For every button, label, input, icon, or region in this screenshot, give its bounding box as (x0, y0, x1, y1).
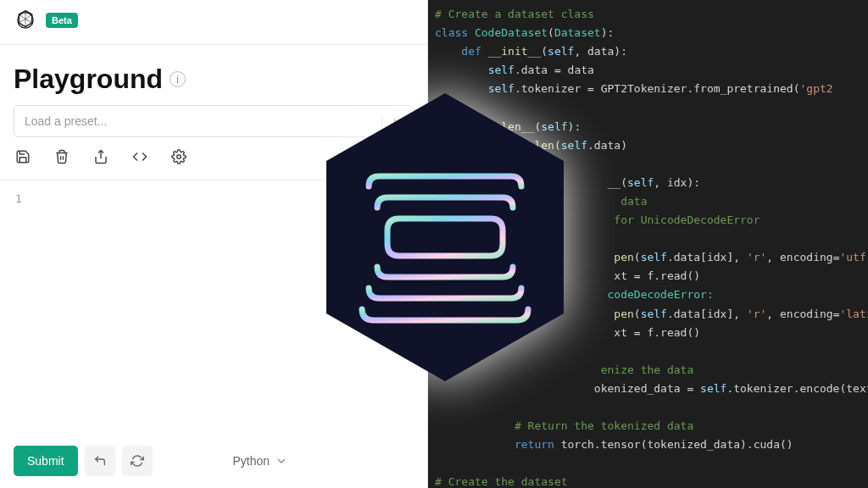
settings-icon[interactable] (171, 149, 186, 164)
beta-badge: Beta (46, 13, 78, 28)
line-number: 1 (15, 192, 32, 425)
chevron-down-icon (276, 456, 287, 466)
share-icon[interactable] (93, 149, 108, 164)
preset-placeholder: Load a preset... (25, 114, 107, 128)
regenerate-button[interactable] (122, 446, 153, 476)
submit-button[interactable]: Submit (14, 446, 78, 476)
header: Beta (0, 0, 427, 45)
openai-logo-icon (14, 8, 37, 32)
page-title: Playground (14, 64, 163, 95)
code-icon[interactable] (132, 149, 147, 164)
hexagon-logo-icon (309, 76, 581, 398)
svg-point-2 (177, 155, 181, 159)
undo-button[interactable] (85, 446, 115, 476)
save-icon[interactable] (15, 149, 31, 164)
language-label: Python (232, 454, 270, 468)
trash-icon[interactable] (54, 149, 70, 164)
language-select[interactable]: Python (232, 454, 287, 468)
bottom-bar: Submit Python (0, 437, 427, 488)
info-icon[interactable]: i (170, 71, 186, 87)
